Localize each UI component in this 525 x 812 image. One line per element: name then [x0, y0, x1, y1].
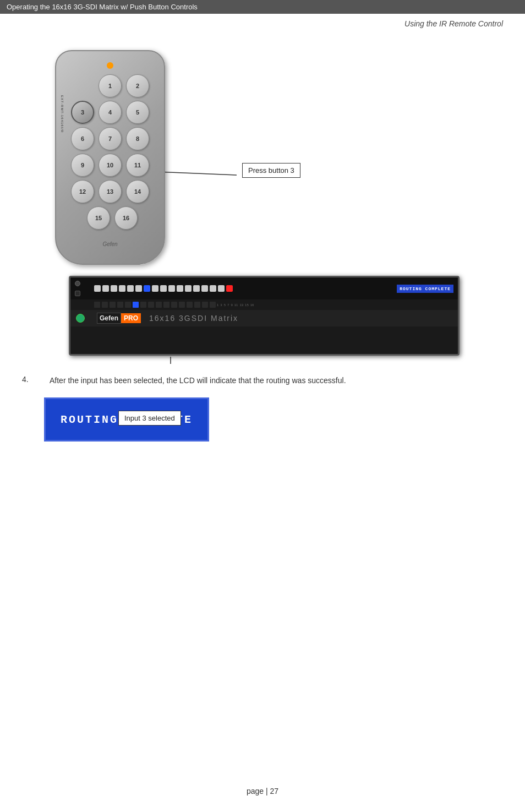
input-led-3: [110, 302, 116, 308]
diagram-area: EXT-RMT-16416I/R 1 2 3 4 5 6 7 8: [22, 45, 503, 364]
remote-btn-3[interactable]: 3: [71, 101, 94, 124]
led-17-red: [226, 285, 233, 292]
header-bar: Operating the 16x16 3G-SDI Matrix w/ Pus…: [0, 0, 525, 14]
remote-btn-11[interactable]: 11: [126, 154, 149, 177]
header-title: Operating the 16x16 3G-SDI Matrix w/ Pus…: [7, 3, 198, 11]
remote-btn-7[interactable]: 7: [99, 127, 122, 150]
remote-btn-13[interactable]: 13: [99, 180, 122, 203]
device-lcd: ROUTING COMPLETE: [397, 285, 453, 293]
led-8: [152, 285, 158, 292]
step-4: 4. After the input has been selected, th…: [22, 375, 503, 386]
led-6: [135, 285, 142, 292]
input-led-10: [163, 302, 169, 308]
device-top-row: ROUTING COMPLETE: [70, 277, 458, 299]
remote-indicator-led: [107, 62, 113, 69]
gefen-brand-pro: PRO: [121, 313, 141, 323]
input-led-6-active: [133, 302, 139, 308]
main-content: EXT-RMT-16416I/R 1 2 3 4 5 6 7 8: [0, 28, 525, 464]
remote-btn-5[interactable]: 5: [126, 101, 149, 124]
remote-btn-9[interactable]: 9: [71, 154, 94, 177]
remote-btn-16[interactable]: 16: [114, 206, 138, 230]
input-led-16: [210, 302, 216, 308]
remote-model-label: EXT-RMT-16416I/R: [61, 95, 64, 133]
led-16: [218, 285, 225, 292]
input-led-9: [156, 302, 162, 308]
input-led-12: [179, 302, 185, 308]
input-led-4: [117, 302, 123, 308]
remote-btn-1[interactable]: 1: [99, 74, 122, 97]
lcd-text: ROUTING COMPLETE: [400, 286, 451, 291]
input-led-1: [94, 302, 100, 308]
input-led-2: [102, 302, 108, 308]
gefen-logo: GefenPRO: [97, 313, 141, 324]
device-model-title: 16x16 3GSDI Matrix: [149, 314, 238, 323]
remote-btn-14[interactable]: 14: [126, 180, 149, 203]
device-middle-row: 1 3 5 7 9 11 13 15 16: [70, 299, 458, 310]
input-led-15: [202, 302, 208, 308]
subheader: Using the IR Remote Control: [0, 14, 525, 28]
led-4: [119, 285, 125, 292]
input-led-14: [194, 302, 200, 308]
callout-press-text: Press button 3: [248, 166, 294, 175]
remote-btn-4[interactable]: 4: [99, 101, 122, 124]
step-number: 4.: [22, 375, 39, 386]
led-9: [160, 285, 167, 292]
remote-btn-2[interactable]: 2: [126, 74, 149, 97]
callout-input-text: Input 3 selected: [124, 414, 175, 422]
led-15: [210, 285, 216, 292]
led-14: [201, 285, 208, 292]
remote-logo: Gefen: [102, 241, 117, 247]
input-led-11: [171, 302, 177, 308]
remote-btn-8[interactable]: 8: [126, 127, 149, 150]
led-12: [185, 285, 192, 292]
led-2: [102, 285, 109, 292]
led-1: [94, 285, 101, 292]
led-3: [111, 285, 117, 292]
input-led-7: [140, 302, 146, 308]
led-13: [193, 285, 200, 292]
subheader-text: Using the IR Remote Control: [404, 19, 503, 28]
device-input-leds: [94, 302, 216, 308]
led-10: [168, 285, 175, 292]
remote-btn-6[interactable]: 6: [71, 127, 94, 150]
matrix-device: ROUTING COMPLETE: [69, 276, 460, 356]
led-11: [177, 285, 183, 292]
page-number: page | 27: [247, 787, 278, 795]
gefen-brand-g: Gefen: [97, 313, 121, 324]
led-5: [127, 285, 134, 292]
step-description: After the input has been selected, the L…: [50, 375, 346, 386]
remote-btn-12[interactable]: 12: [71, 180, 94, 203]
device-led-row-top: [94, 285, 393, 292]
callout-input-selected: Input 3 selected: [118, 411, 181, 426]
remote-btn-15[interactable]: 15: [87, 206, 110, 230]
input-led-13: [187, 302, 193, 308]
device-bottom-bar: GefenPRO 16x16 3GSDI Matrix: [70, 310, 458, 326]
input-led-8: [148, 302, 154, 308]
callout-press-button: Press button 3: [242, 163, 300, 178]
ir-remote: EXT-RMT-16416I/R 1 2 3 4 5 6 7 8: [55, 50, 165, 265]
remote-btn-10[interactable]: 10: [99, 154, 122, 177]
led-7-blue: [144, 285, 150, 292]
input-led-5: [125, 302, 131, 308]
